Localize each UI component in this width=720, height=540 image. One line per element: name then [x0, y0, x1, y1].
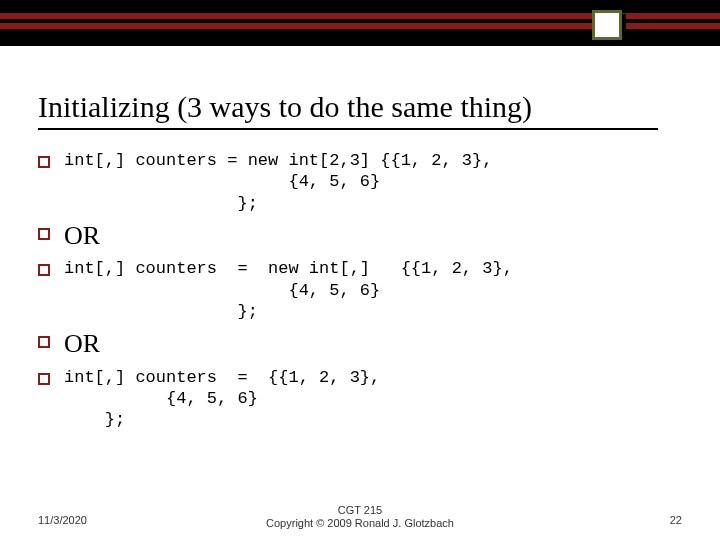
or-label: OR	[64, 330, 100, 359]
decorative-top-bar	[0, 0, 720, 46]
footer-copyright: Copyright © 2009 Ronald J. Glotzbach	[266, 517, 454, 529]
footer-page-number: 22	[670, 514, 682, 526]
list-item: int[,] counters = new int[,] {{1, 2, 3},…	[38, 258, 678, 322]
slide-body: int[,] counters = new int[2,3] {{1, 2, 3…	[38, 150, 678, 438]
list-item: OR	[38, 330, 678, 359]
code-block: int[,] counters = {{1, 2, 3}, {4, 5, 6} …	[64, 367, 380, 431]
decorative-square-icon	[592, 10, 622, 40]
list-item: int[,] counters = {{1, 2, 3}, {4, 5, 6} …	[38, 367, 678, 431]
bullet-icon	[38, 264, 50, 276]
code-block: int[,] counters = new int[,] {{1, 2, 3},…	[64, 258, 513, 322]
footer-course: CGT 215	[338, 504, 382, 516]
title-underline	[38, 128, 658, 130]
bullet-icon	[38, 336, 50, 348]
or-label: OR	[64, 222, 100, 251]
footer-center: CGT 215 Copyright © 2009 Ronald J. Glotz…	[0, 504, 720, 530]
code-block: int[,] counters = new int[2,3] {{1, 2, 3…	[64, 150, 492, 214]
bullet-icon	[38, 228, 50, 240]
list-item: int[,] counters = new int[2,3] {{1, 2, 3…	[38, 150, 678, 214]
list-item: OR	[38, 222, 678, 251]
slide-title: Initializing (3 ways to do the same thin…	[38, 90, 532, 124]
slide: Initializing (3 ways to do the same thin…	[0, 0, 720, 540]
bullet-icon	[38, 373, 50, 385]
bullet-icon	[38, 156, 50, 168]
